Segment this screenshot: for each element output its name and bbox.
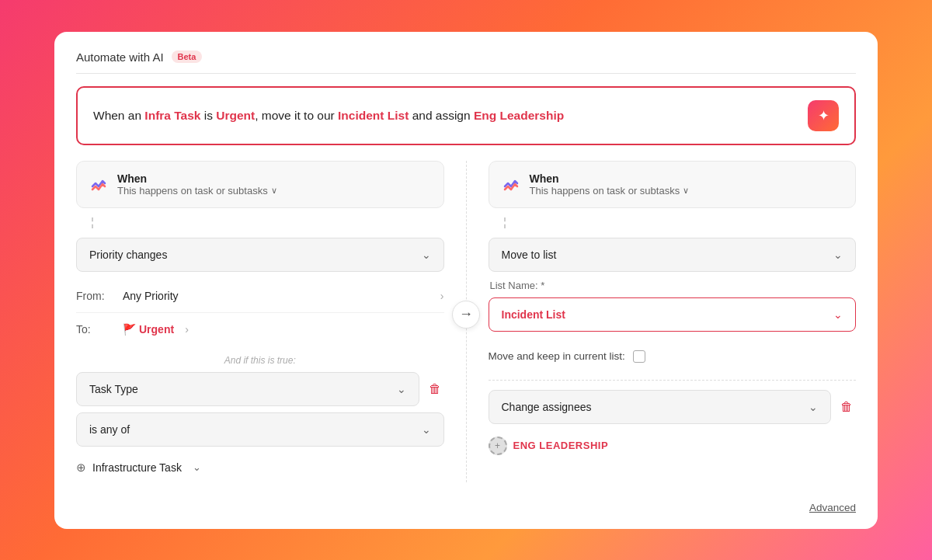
infra-task-row: ⊕ Infrastructure Task ⌄ bbox=[76, 453, 444, 482]
task-type-delete-button[interactable]: 🗑 bbox=[426, 379, 444, 399]
move-keep-checkbox[interactable] bbox=[633, 350, 645, 363]
right-connector-line bbox=[504, 217, 506, 228]
prompt-text-is: is bbox=[200, 109, 216, 122]
infra-task-label: Infrastructure Task bbox=[92, 461, 182, 474]
prompt-text-assign: and assign bbox=[409, 109, 474, 122]
and-if-label: And if this is true: bbox=[76, 346, 444, 372]
columns-container: When This happens on task or subtasks ∨ … bbox=[76, 161, 856, 482]
left-when-block: When This happens on task or subtasks ∨ bbox=[76, 161, 444, 208]
assignees-delete-icon: 🗑 bbox=[840, 400, 853, 414]
add-assignee-button[interactable]: + bbox=[489, 437, 507, 455]
prompt-box[interactable]: When an Infra Task is Urgent, move it to… bbox=[76, 86, 856, 145]
is-any-of-label: is any of bbox=[89, 423, 130, 436]
is-any-of-row: is any of ⌄ bbox=[76, 412, 444, 447]
prompt-urgent: Urgent bbox=[216, 109, 255, 122]
main-card: Automate with AI Beta When an Infra Task… bbox=[54, 32, 878, 529]
right-when-block: When This happens on task or subtasks ∨ bbox=[489, 161, 857, 208]
left-connector-line bbox=[92, 217, 93, 228]
eng-leadership-label: ENG LEADERSHIP bbox=[513, 440, 609, 451]
ai-sparkle-icon: ✦ bbox=[818, 107, 829, 124]
arrow-right-icon: → bbox=[459, 306, 473, 322]
prompt-text-move: , move it to our bbox=[255, 109, 338, 122]
left-when-info: When This happens on task or subtasks ∨ bbox=[117, 172, 277, 197]
to-value: 🚩 Urgent › bbox=[123, 323, 444, 336]
arrow-connector: → bbox=[452, 301, 480, 329]
left-when-chevron[interactable]: ∨ bbox=[271, 186, 277, 196]
task-type-label: Task Type bbox=[89, 383, 138, 395]
left-clickup-icon bbox=[89, 173, 108, 195]
change-assignees-dropdown[interactable]: Change assignees ⌄ bbox=[489, 390, 832, 424]
prompt-infra-task: Infra Task bbox=[144, 109, 200, 122]
is-any-of-chevron-icon: ⌄ bbox=[422, 423, 431, 436]
right-when-info: When This happens on task or subtasks ∨ bbox=[530, 172, 690, 197]
to-urgent: 🚩 Urgent bbox=[123, 323, 174, 336]
advanced-link[interactable]: Advanced bbox=[809, 502, 856, 513]
right-when-title: When bbox=[530, 172, 690, 185]
left-when-sub: This happens on task or subtasks ∨ bbox=[117, 185, 277, 197]
incident-list-dropdown[interactable]: Incident List ⌄ bbox=[489, 297, 857, 332]
from-value: Any Priority › bbox=[123, 290, 444, 302]
separator bbox=[489, 380, 857, 381]
move-to-list-chevron-icon: ⌄ bbox=[833, 249, 843, 261]
incident-chevron-icon: ⌄ bbox=[833, 308, 843, 321]
right-column: When This happens on task or subtasks ∨ … bbox=[467, 161, 857, 482]
move-to-list-dropdown[interactable]: Move to list ⌄ bbox=[489, 238, 857, 272]
to-row: To: 🚩 Urgent › bbox=[76, 313, 444, 346]
incident-list-label: Incident List bbox=[502, 308, 565, 321]
task-type-dropdown[interactable]: Task Type ⌄ bbox=[76, 372, 419, 406]
to-label: To: bbox=[76, 323, 123, 336]
prompt-incident-list: Incident List bbox=[338, 109, 409, 122]
ai-generate-button[interactable]: ✦ bbox=[808, 100, 839, 131]
from-row: From: Any Priority › bbox=[76, 280, 444, 313]
to-chevron-icon[interactable]: › bbox=[185, 323, 189, 336]
is-any-of-dropdown[interactable]: is any of ⌄ bbox=[76, 412, 444, 447]
priority-changes-label: Priority changes bbox=[89, 249, 167, 261]
task-type-delete-icon: 🗑 bbox=[429, 382, 441, 396]
move-keep-row: Move and keep in current list: bbox=[489, 343, 857, 377]
from-label: From: bbox=[76, 290, 123, 302]
prompt-text-before: When an bbox=[93, 109, 144, 122]
globe-icon: ⊕ bbox=[76, 461, 86, 475]
left-when-title: When bbox=[117, 172, 277, 185]
prompt-text: When an Infra Task is Urgent, move it to… bbox=[93, 106, 564, 124]
eng-leadership-row: + ENG LEADERSHIP bbox=[489, 432, 857, 460]
move-to-list-label: Move to list bbox=[502, 249, 557, 261]
right-clickup-icon bbox=[502, 173, 520, 195]
beta-badge: Beta bbox=[172, 50, 203, 63]
prompt-eng-leadership: Eng Leadership bbox=[474, 109, 564, 122]
change-assignees-label: Change assignees bbox=[502, 401, 592, 413]
assignees-delete-button[interactable]: 🗑 bbox=[837, 397, 856, 417]
list-name-label: List Name: * bbox=[489, 280, 857, 291]
from-chevron-icon[interactable]: › bbox=[440, 290, 444, 302]
right-when-sub: This happens on task or subtasks ∨ bbox=[530, 185, 690, 197]
right-when-chevron[interactable]: ∨ bbox=[683, 186, 689, 196]
urgent-flag-icon: 🚩 bbox=[123, 323, 136, 336]
assignees-row: Change assignees ⌄ 🗑 bbox=[489, 390, 857, 424]
assignees-chevron-icon: ⌄ bbox=[809, 401, 818, 413]
priority-chevron-icon: ⌄ bbox=[422, 249, 431, 261]
move-keep-text: Move and keep in current list: bbox=[489, 350, 625, 362]
left-column: When This happens on task or subtasks ∨ … bbox=[76, 161, 467, 482]
add-icon: + bbox=[495, 440, 500, 451]
top-bar: Automate with AI Beta bbox=[76, 50, 856, 74]
task-type-chevron-icon: ⌄ bbox=[397, 383, 406, 395]
infra-chevron-icon[interactable]: ⌄ bbox=[193, 461, 201, 473]
priority-changes-dropdown[interactable]: Priority changes ⌄ bbox=[76, 238, 444, 272]
automate-label: Automate with AI bbox=[76, 50, 164, 64]
task-type-row: Task Type ⌄ 🗑 bbox=[76, 372, 444, 406]
